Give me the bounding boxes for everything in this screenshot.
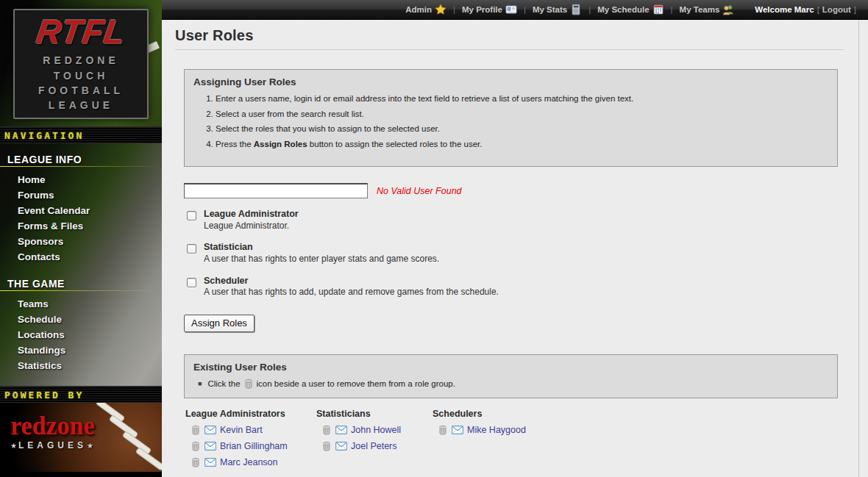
user-link[interactable]: Brian Gillingham (220, 441, 288, 451)
calculator-icon (570, 4, 582, 15)
existing-user-roles-panel: Existing User Roles ■ Click the icon bes… (184, 354, 838, 398)
bin-icon (244, 379, 253, 389)
email-icon[interactable] (335, 442, 347, 451)
role-groups: League Administrators Kevin Bart Brian G… (185, 409, 838, 473)
user-link[interactable]: Kevin Bart (220, 425, 263, 435)
nav-separator: | (524, 5, 526, 14)
redzone-sub: ★LEAGUES★ (10, 440, 95, 451)
email-icon[interactable] (335, 426, 347, 434)
group-title: Statisticians (316, 409, 413, 419)
nav-my-schedule[interactable]: My Schedule (596, 4, 665, 15)
role-option-league-administrator: League Administrator League Administrato… (187, 209, 838, 232)
logout-button[interactable]: Logout (822, 5, 851, 14)
sidebar: RTFL REDZONE TOUCH FOOTBALL LEAGUE NAVIG… (0, 0, 162, 477)
scheduler-checkbox[interactable] (187, 278, 196, 287)
main-content: User Roles Assigning User Roles Enter a … (162, 20, 859, 477)
instruction-steps: Enter a users name, login id or email ad… (216, 93, 828, 150)
instruction-step: Select the roles that you wish to assign… (216, 123, 828, 135)
statistician-checkbox[interactable] (187, 244, 196, 254)
existing-panel-heading: Existing User Roles (193, 362, 828, 373)
redzone-leagues-logo[interactable]: redzone ★LEAGUES★ (0, 403, 162, 472)
group-title: Schedulers (433, 409, 526, 419)
rtfl-logo-line: FOOTBALL (38, 83, 124, 98)
rtfl-logo-acronym: RTFL (34, 15, 127, 49)
user-row: John Howell (322, 425, 413, 435)
rtfl-logo-line: LEAGUE (49, 98, 113, 112)
sidebar-item-forums[interactable]: Forums (0, 187, 162, 203)
user-row: Marc Jeanson (191, 457, 297, 467)
section-league-info: LEAGUE INFO (0, 148, 162, 168)
assign-roles-button[interactable]: Assign Roles (184, 315, 255, 332)
user-link[interactable]: John Howell (351, 425, 401, 435)
nav-admin[interactable]: Admin (404, 4, 448, 15)
navigation-header: NAVIGATION (0, 126, 162, 143)
remove-user-bin-icon[interactable] (191, 441, 200, 451)
email-icon[interactable] (204, 426, 216, 434)
rtfl-logo-line: REDZONE (43, 53, 118, 68)
assigning-user-roles-panel: Assigning User Roles Enter a users name,… (184, 69, 838, 167)
nav-separator: | (588, 5, 591, 14)
sidebar-item-schedule[interactable]: Schedule (0, 312, 162, 327)
user-search-row: No Valid User Found (184, 183, 838, 198)
role-name: Statistician (204, 242, 439, 254)
nav-my-profile[interactable]: My Profile (460, 4, 519, 15)
group-icon (722, 4, 734, 15)
user-row: Joel Peters (322, 441, 413, 451)
assigning-panel-heading: Assigning User Roles (193, 76, 828, 87)
nav-my-stats[interactable]: My Stats (531, 4, 583, 15)
title-divider (175, 49, 844, 50)
user-search-input[interactable] (184, 183, 368, 198)
email-icon[interactable] (452, 426, 463, 434)
top-navigation-bar: Admin | My Profile | My Stats | My Sched… (162, 0, 868, 20)
remove-user-bin-icon[interactable] (438, 425, 447, 435)
sidebar-menu: LEAGUE INFO Home Forums Event Calendar F… (0, 143, 162, 386)
sidebar-item-teams[interactable]: Teams (0, 296, 162, 312)
logout-bracket: ] (854, 5, 856, 14)
sidebar-item-standings[interactable]: Standings (0, 342, 162, 358)
user-link[interactable]: Marc Jeanson (220, 457, 278, 467)
user-row: Brian Gillingham (191, 441, 297, 451)
welcome-text: Welcome Marc (755, 5, 814, 14)
nav-my-teams[interactable]: My Teams (678, 4, 736, 15)
sidebar-item-forms-files[interactable]: Forms & Files (0, 218, 162, 234)
instruction-step: Enter a users name, login id or email ad… (216, 93, 828, 105)
sidebar-item-event-calendar[interactable]: Event Calendar (0, 203, 162, 218)
group-schedulers: Schedulers Mike Haygood (433, 409, 526, 473)
role-description: League Administrator. (204, 220, 299, 232)
remove-note: ■ Click the icon beside a user to remove… (198, 379, 828, 389)
nav-separator: | (671, 5, 673, 14)
league-logo[interactable]: RTFL REDZONE TOUCH FOOTBALL LEAGUE (0, 0, 162, 126)
user-row: Mike Haygood (438, 425, 526, 435)
star-glyph: ★ (10, 442, 18, 450)
nav-separator: | (453, 5, 455, 14)
role-description: A user that has rights to add, update an… (204, 287, 499, 298)
star-glyph: ★ (87, 442, 95, 450)
remove-user-bin-icon[interactable] (322, 425, 331, 435)
sidebar-item-locations[interactable]: Locations (0, 327, 162, 342)
powered-by-header: POWERED BY (0, 386, 162, 403)
user-link[interactable]: Mike Haygood (467, 425, 526, 435)
redzone-wordmark: redzone ★LEAGUES★ (10, 413, 95, 451)
role-name: Scheduler (204, 276, 499, 287)
sidebar-item-home[interactable]: Home (0, 172, 162, 187)
remove-user-bin-icon[interactable] (322, 441, 331, 451)
group-title: League Administrators (185, 409, 297, 419)
calendar-icon (652, 4, 664, 15)
sidebar-item-sponsors[interactable]: Sponsors (0, 234, 162, 249)
instruction-step: Select a user from the search result lis… (216, 109, 828, 121)
sidebar-item-statistics[interactable]: Statistics (0, 358, 162, 373)
instruction-step: Press the Assign Roles button to assign … (216, 139, 828, 151)
bullet-glyph: ■ (198, 380, 202, 387)
role-name: League Administrator (204, 209, 299, 220)
role-description: A user that has rights to enter player s… (204, 254, 439, 265)
league-administrator-checkbox[interactable] (187, 211, 196, 220)
logout-bracket: [ (817, 5, 819, 14)
section-the-game: THE GAME (0, 272, 162, 292)
email-icon[interactable] (204, 442, 216, 451)
email-icon[interactable] (204, 458, 216, 467)
remove-user-bin-icon[interactable] (191, 425, 200, 435)
remove-user-bin-icon[interactable] (191, 457, 200, 467)
page-title: User Roles (175, 27, 844, 44)
sidebar-item-contacts[interactable]: Contacts (0, 249, 162, 265)
user-link[interactable]: Joel Peters (351, 441, 397, 451)
